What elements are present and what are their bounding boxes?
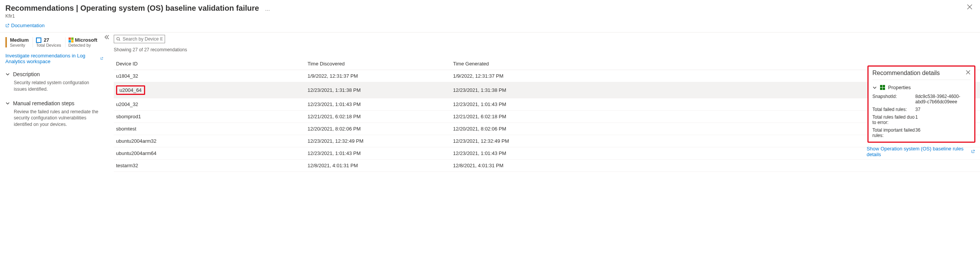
log-analytics-link-label: Investigate recommendations in Log Analy…	[5, 53, 99, 64]
severity-block: Medium Severity	[5, 37, 32, 47]
severity-value: Medium	[10, 37, 29, 43]
property-row: Total failed rules:37	[872, 106, 970, 113]
total-devices-value: 27	[44, 37, 49, 43]
property-row: SnapshotId:8dc9c538-3962-4600-abd9-c7b66…	[872, 93, 970, 106]
device-id-cell: ubuntu2004arm32	[116, 138, 157, 144]
chevron-down-icon	[872, 85, 877, 90]
device-id-cell: sbomprod1	[116, 114, 141, 119]
time-discovered-cell: 12/23/2021, 12:32:49 PM	[305, 135, 451, 147]
severity-label: Severity	[10, 43, 29, 47]
results-area: Showing 27 of 27 recommendations Device …	[108, 33, 980, 172]
external-link-icon	[100, 57, 103, 60]
table-row[interactable]: sbomtest12/20/2021, 8:02:06 PM12/20/2021…	[114, 123, 980, 135]
remediation-section: Manual remediation steps Review the fail…	[5, 97, 103, 132]
chevron-down-icon	[5, 72, 10, 77]
summary-panel: Medium Severity 27 Total Devices Microso…	[0, 33, 108, 172]
time-discovered-cell: 12/23/2021, 1:01:43 PM	[305, 147, 451, 160]
external-link-icon	[5, 24, 9, 28]
device-id-cell: ubuntu2004arm64	[116, 150, 157, 156]
table-row[interactable]: testarm3212/8/2021, 4:01:31 PM12/8/2021,…	[114, 160, 980, 172]
table-row[interactable]: ubuntu2004arm3212/23/2021, 12:32:49 PM12…	[114, 135, 980, 147]
microsoft-logo-icon	[69, 38, 74, 42]
result-count: Showing 27 of 27 recommendations	[114, 43, 980, 58]
close-button[interactable]	[967, 4, 972, 11]
table-row[interactable]: u2004_6412/23/2021, 1:31:38 PM12/23/2021…	[114, 82, 980, 98]
properties-toggle[interactable]: Properties	[872, 80, 970, 93]
chip-icon	[36, 38, 41, 43]
property-value: 37	[915, 107, 970, 112]
time-discovered-cell: 12/23/2021, 1:31:38 PM	[305, 82, 451, 98]
breadcrumb: Kfir1	[5, 13, 975, 19]
external-link-icon	[971, 150, 975, 153]
documentation-link[interactable]: Documentation	[0, 22, 980, 32]
device-id-cell: testarm32	[116, 163, 138, 168]
detected-by-block: Microsoft Detected by	[65, 37, 101, 47]
property-key: Total important failed rules:	[872, 127, 915, 138]
table-row[interactable]: ubuntu2004arm6412/23/2021, 1:01:43 PM12/…	[114, 147, 980, 160]
device-id-cell: u2004_32	[116, 101, 138, 107]
time-discovered-cell: 1/9/2022, 12:31:37 PM	[305, 70, 451, 82]
description-section: Description Security related system conf…	[5, 68, 103, 97]
svg-point-0	[117, 38, 119, 40]
time-discovered-cell: 12/21/2021, 6:02:18 PM	[305, 111, 451, 123]
details-title: Recommendation details	[872, 70, 940, 77]
total-devices-block: 27 Total Devices	[33, 37, 64, 47]
table-row[interactable]: u2004_3212/23/2021, 1:01:43 PM12/23/2021…	[114, 98, 980, 111]
description-toggle[interactable]: Description	[5, 71, 103, 77]
properties-grid-icon	[880, 85, 885, 90]
col-device-id[interactable]: Device ID	[114, 58, 305, 70]
description-body: Security related system configuration is…	[5, 77, 103, 94]
detected-by-label: Detected by	[69, 43, 98, 47]
description-title: Description	[13, 71, 40, 77]
property-row: Total rules failed duo to error:1	[872, 113, 970, 126]
table-row[interactable]: u1804_321/9/2022, 12:31:37 PM1/9/2022, 1…	[114, 70, 980, 82]
device-id-cell: u1804_32	[116, 73, 138, 79]
page-title: Recommendations | Operating system (OS) …	[5, 4, 259, 12]
overflow-ellipsis[interactable]: …	[260, 6, 270, 12]
device-id-cell: sbomtest	[116, 126, 136, 132]
search-input[interactable]	[123, 36, 162, 42]
time-discovered-cell: 12/20/2021, 8:02:06 PM	[305, 123, 451, 135]
detected-by-value: Microsoft	[75, 37, 98, 43]
log-analytics-link[interactable]: Investigate recommendations in Log Analy…	[5, 51, 103, 68]
table-row[interactable]: sbomprod112/21/2021, 6:02:18 PM12/21/202…	[114, 111, 980, 123]
remediation-body: Review the failed rules and remediate th…	[5, 106, 103, 129]
col-time-discovered[interactable]: Time Discovered	[305, 58, 451, 70]
close-icon	[966, 70, 970, 75]
stats-row: Medium Severity 27 Total Devices Microso…	[5, 35, 103, 51]
property-row: Total important failed rules:36	[872, 126, 970, 139]
property-value: 1	[915, 114, 970, 125]
property-key: Total failed rules:	[872, 107, 915, 112]
property-key: SnapshotId:	[872, 94, 915, 104]
chevron-down-icon	[5, 101, 10, 106]
property-value: 36	[915, 127, 970, 138]
total-devices-label: Total Devices	[36, 43, 61, 47]
close-icon	[967, 4, 972, 10]
show-baseline-rules-link[interactable]: Show Operation system (OS) baseline rule…	[867, 146, 975, 157]
recommendation-details-panel: Recommendation details Properties Snapsh…	[867, 65, 975, 143]
time-generated-cell: 12/8/2021, 4:01:31 PM	[451, 160, 980, 172]
time-discovered-cell: 12/23/2021, 1:01:43 PM	[305, 98, 451, 111]
properties-label: Properties	[888, 85, 911, 90]
show-baseline-rules-label: Show Operation system (OS) baseline rule…	[867, 146, 970, 157]
remediation-title: Manual remediation steps	[13, 100, 74, 106]
documentation-link-label: Documentation	[11, 23, 44, 28]
search-box[interactable]	[114, 35, 165, 43]
recommendations-table: Device ID Time Discovered Time Generated…	[114, 58, 980, 172]
property-key: Total rules failed duo to error:	[872, 114, 915, 125]
page-header: Recommendations | Operating system (OS) …	[0, 0, 980, 22]
device-id-cell: u2004_64	[116, 85, 145, 95]
details-close-button[interactable]	[966, 70, 970, 76]
property-value: 8dc9c538-3962-4600-abd9-c7b66dc09eee	[915, 94, 970, 104]
time-discovered-cell: 12/8/2021, 4:01:31 PM	[305, 160, 451, 172]
remediation-toggle[interactable]: Manual remediation steps	[5, 100, 103, 106]
search-icon	[116, 37, 120, 41]
